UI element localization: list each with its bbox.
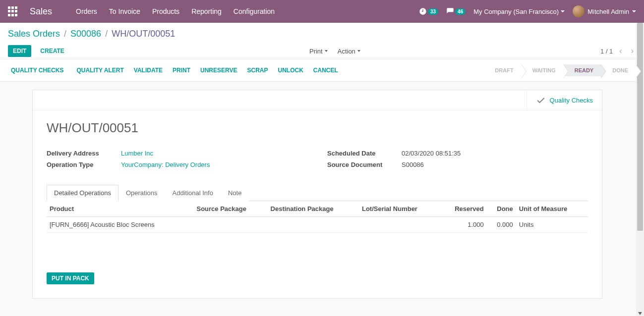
check-icon bbox=[536, 95, 546, 105]
tab-additional-info[interactable]: Additional Info bbox=[165, 185, 221, 201]
action-cancel[interactable]: Cancel bbox=[313, 67, 338, 74]
status-step-done[interactable]: Done bbox=[601, 64, 636, 76]
put-in-pack-button[interactable]: Put In Pack bbox=[47, 272, 94, 284]
record-title: WH/OUT/00051 bbox=[47, 120, 588, 136]
action-scrap[interactable]: Scrap bbox=[247, 67, 268, 74]
messages-button[interactable]: 46 bbox=[446, 7, 466, 15]
action-dropdown[interactable]: Action bbox=[338, 48, 360, 55]
breadcrumb-current: WH/OUT/00051 bbox=[112, 29, 175, 39]
status-step-waiting[interactable]: Waiting bbox=[522, 64, 564, 76]
pager: 1 / 1 ‹ › bbox=[600, 47, 636, 55]
status-bar: DraftWaitingReadyDone bbox=[489, 64, 636, 76]
field-label: Source Document bbox=[327, 161, 402, 168]
breadcrumb-parent[interactable]: S00086 bbox=[70, 29, 101, 39]
cell: 0.000 bbox=[487, 217, 516, 233]
top-menu-item[interactable]: Products bbox=[152, 7, 179, 15]
operations-table: ProductSource PackageDestination Package… bbox=[47, 201, 588, 233]
field-row: Delivery AddressLumber Inc bbox=[47, 150, 307, 157]
table-body: [FURN_6666] Acoustic Bloc Screens1.0000.… bbox=[47, 217, 588, 233]
col-header: Source Package bbox=[194, 201, 268, 217]
field-row: Scheduled Date02/03/2020 08:51:35 bbox=[327, 150, 588, 157]
tab-detailed-operations[interactable]: Detailed Operations bbox=[47, 185, 118, 201]
field-label: Scheduled Date bbox=[327, 150, 402, 157]
action-unreserve[interactable]: Unreserve bbox=[200, 67, 237, 74]
caret-down-icon bbox=[325, 50, 328, 52]
stat-button-row: Quality Checks bbox=[33, 90, 602, 110]
pager-prev[interactable]: ‹ bbox=[617, 47, 624, 55]
cell bbox=[194, 217, 268, 233]
action-buttons: Quality ChecksQuality AlertValidatePrint… bbox=[8, 65, 338, 76]
cell bbox=[359, 217, 440, 233]
status-step-draft[interactable]: Draft bbox=[489, 64, 521, 76]
company-name: My Company (San Francisco) bbox=[473, 8, 559, 15]
action-validate[interactable]: Validate bbox=[134, 67, 163, 74]
content-area: Quality Checks WH/OUT/00051 Delivery Add… bbox=[0, 90, 635, 311]
top-menu: OrdersTo InvoiceProductsReportingConfigu… bbox=[76, 7, 275, 15]
field-label: Operation Type bbox=[47, 161, 121, 168]
fields-col-left: Delivery AddressLumber IncOperation Type… bbox=[47, 150, 307, 172]
field-value[interactable]: Lumber Inc bbox=[121, 150, 153, 157]
col-header: Destination Package bbox=[268, 201, 359, 217]
action-unlock[interactable]: Unlock bbox=[278, 67, 303, 74]
action-quality-checks[interactable]: Quality Checks bbox=[8, 65, 66, 76]
field-label: Delivery Address bbox=[47, 150, 121, 157]
table-header-row: ProductSource PackageDestination Package… bbox=[47, 201, 588, 217]
col-header: Product bbox=[47, 201, 194, 217]
company-selector[interactable]: My Company (San Francisco) bbox=[473, 8, 565, 15]
status-step-ready[interactable]: Ready bbox=[564, 64, 602, 76]
user-name: Mitchell Admin bbox=[587, 8, 629, 15]
field-value[interactable]: YourCompany: Delivery Orders bbox=[121, 161, 210, 168]
breadcrumb-root[interactable]: Sales Orders bbox=[8, 29, 60, 39]
activity-count-badge: 33 bbox=[428, 8, 438, 15]
clock-icon bbox=[419, 7, 427, 15]
top-menu-item[interactable]: Reporting bbox=[191, 7, 222, 15]
field-row: Operation TypeYourCompany: Delivery Orde… bbox=[47, 161, 307, 168]
col-header: Unit of Measure bbox=[516, 201, 588, 217]
field-value: S00086 bbox=[402, 161, 424, 168]
tabs: Detailed OperationsOperationsAdditional … bbox=[47, 184, 588, 201]
cell: [FURN_6666] Acoustic Bloc Screens bbox=[47, 217, 194, 233]
tab-operations[interactable]: Operations bbox=[118, 185, 165, 201]
activities-button[interactable]: 33 bbox=[419, 7, 438, 15]
avatar bbox=[573, 5, 585, 17]
caret-down-icon bbox=[357, 50, 360, 52]
col-header: Done bbox=[487, 201, 516, 217]
breadcrumb: Sales Orders / S00086 / WH/OUT/00051 bbox=[8, 29, 636, 39]
table-row[interactable]: [FURN_6666] Acoustic Bloc Screens1.0000.… bbox=[47, 217, 588, 233]
create-button[interactable]: Create bbox=[35, 45, 69, 57]
chat-icon bbox=[446, 7, 454, 15]
pager-next[interactable]: › bbox=[629, 47, 636, 55]
cell bbox=[268, 217, 359, 233]
cell: Units bbox=[516, 217, 588, 233]
pager-text: 1 / 1 bbox=[600, 48, 613, 55]
app-brand[interactable]: Sales bbox=[30, 6, 52, 17]
fields-col-right: Scheduled Date02/03/2020 08:51:35Source … bbox=[327, 150, 588, 172]
user-menu[interactable]: Mitchell Admin bbox=[573, 5, 636, 17]
record-card: Quality Checks WH/OUT/00051 Delivery Add… bbox=[32, 90, 602, 299]
top-navbar: Sales OrdersTo InvoiceProductsReportingC… bbox=[0, 0, 644, 23]
col-header: Lot/Serial Number bbox=[359, 201, 440, 217]
top-menu-item[interactable]: Orders bbox=[76, 7, 97, 15]
top-menu-item[interactable]: To Invoice bbox=[109, 7, 140, 15]
quality-checks-stat-button[interactable]: Quality Checks bbox=[527, 90, 602, 110]
control-bar: Sales Orders / S00086 / WH/OUT/00051 Edi… bbox=[0, 23, 644, 57]
col-header: Reserved bbox=[440, 201, 487, 217]
action-quality-alert[interactable]: Quality Alert bbox=[76, 67, 123, 74]
caret-down-icon bbox=[632, 10, 636, 12]
scrollbar-thumb[interactable] bbox=[637, 23, 643, 231]
field-value: 02/03/2020 08:51:35 bbox=[402, 150, 461, 157]
message-count-badge: 46 bbox=[455, 8, 466, 15]
field-row: Source DocumentS00086 bbox=[327, 161, 588, 168]
action-print[interactable]: Print bbox=[173, 67, 190, 74]
tab-note[interactable]: Note bbox=[221, 185, 249, 201]
top-menu-item[interactable]: Configuration bbox=[234, 7, 275, 15]
cell: 1.000 bbox=[440, 217, 487, 233]
apps-icon[interactable] bbox=[8, 6, 18, 16]
caret-down-icon bbox=[561, 10, 565, 12]
print-dropdown[interactable]: Print bbox=[309, 48, 328, 55]
edit-button[interactable]: Edit bbox=[8, 45, 31, 57]
action-bar: Quality ChecksQuality AlertValidatePrint… bbox=[0, 59, 644, 82]
